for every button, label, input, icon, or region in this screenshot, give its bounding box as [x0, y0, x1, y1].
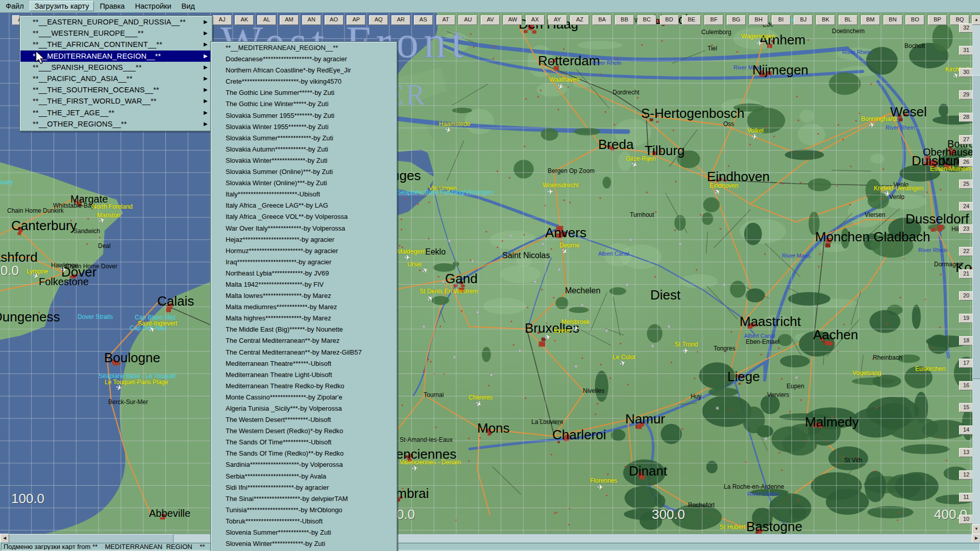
map-menu-item-40[interactable]: The Sinai******************-by delvpierT… — [211, 493, 397, 505]
map-menu-item-30[interactable]: Mediterranean Theatre Redko-by Redko — [211, 381, 397, 392]
grid-column-AY[interactable]: AY — [548, 15, 567, 25]
map-menu-item-21[interactable]: Malta 1942*****************-by FIV — [211, 279, 397, 290]
map-menu-item-41[interactable]: Tunisia********************-by MrOblongo — [211, 505, 397, 516]
grid-column-AZ[interactable]: AZ — [570, 15, 589, 25]
map-menu-item-23[interactable]: Malta mediumres************-by Marez — [211, 302, 397, 313]
menubar-item-4[interactable]: Вид — [177, 2, 200, 11]
map-menu-item-26[interactable]: The Central Mediterranean**-by Marez — [211, 335, 397, 346]
map-menu-item-27[interactable]: The Central Mediterranean**-by Marez-Gil… — [211, 347, 397, 358]
region-menu-item-2[interactable]: **__THE_AFRICAN_CONTINENT__**▶ — [20, 39, 212, 50]
map-menu-item-12[interactable]: Slovakia Winter (Online)***-by Zuti — [211, 178, 397, 189]
map-menu-item-14[interactable]: Italy Africa _Greece LAG**-by LAG — [211, 200, 397, 211]
grid-column-AS[interactable]: AS — [414, 15, 433, 25]
map-menu-item-20[interactable]: Northeast Lybia************-by JV69 — [211, 268, 397, 279]
grid-column-BI[interactable]: BI — [772, 15, 791, 25]
map-menu-item-33[interactable]: The Western Desert*********-Ubisoft — [211, 414, 397, 425]
grid-column-BF[interactable]: BF — [704, 15, 723, 25]
grid-column-BN[interactable]: BN — [884, 15, 902, 25]
region-menu-item-7[interactable]: **__THE_FIRST_WORLD_WAR__**▶ — [20, 95, 212, 107]
grid-column-AW[interactable]: AW — [503, 15, 522, 25]
grid-column-AQ[interactable]: AQ — [369, 15, 388, 25]
grid-column-AX[interactable]: AX — [526, 15, 545, 25]
map-menu-item-34[interactable]: The Western Desert (Redko)*-by Redko — [211, 425, 397, 437]
map-menu-item-37[interactable]: Sardinia*******************-by Volpeross… — [211, 459, 397, 470]
grid-column-AR[interactable]: AR — [391, 15, 410, 25]
grid-column-AK[interactable]: AK — [235, 15, 254, 25]
map-menu-item-35[interactable]: The Sands Of Time**********-Ubisoft — [211, 437, 397, 448]
grid-column-AO[interactable]: AO — [325, 15, 344, 25]
map-menu-item-22[interactable]: Malta lowres***************-by Marez — [211, 290, 397, 302]
map-menu-item-25[interactable]: The Middle East (Big)******-by Nounette — [211, 324, 397, 335]
grid-column-BA[interactable]: BA — [593, 15, 611, 25]
horizontal-scrollbar-thumb[interactable] — [8, 534, 174, 543]
menubar-item-0[interactable]: Файл — [1, 2, 29, 11]
map-menu-item-44[interactable]: Slovenia Winter************-by Zuti — [211, 538, 397, 549]
map-menu-item-42[interactable]: Tobruk*********************-Ubisoft — [211, 516, 397, 527]
map-menu-item-5[interactable]: The Gothic Line Winter*****-by Zuti — [211, 98, 397, 110]
map-menu-item-2[interactable]: Northern African Coastline*-by RedEye_Ji… — [211, 65, 397, 76]
scroll-left-icon: ◀ — [3, 536, 6, 540]
region-menu-item-5[interactable]: **__PACIFIC_AND_ASIA__**▶ — [20, 73, 212, 84]
map-menu-item-15[interactable]: Italy Africa _Greece VOL**-by Volperossa — [211, 211, 397, 222]
grid-column-AJ[interactable]: AJ — [213, 15, 232, 25]
map-menu-item-28[interactable]: Mediterranean Theatre******-Ubisoft — [211, 358, 397, 369]
map-menu-item-18[interactable]: Hormuz*********************-by agracier — [211, 245, 397, 257]
vertical-scrollbar-thumb[interactable] — [972, 75, 980, 379]
grid-column-BO[interactable]: BO — [905, 15, 924, 25]
region-menu-item-1[interactable]: **___WESTERN_EUROPE___**▶ — [20, 28, 212, 39]
map-menu-item-17[interactable]: Hejaz**********************-by agracier — [211, 234, 397, 245]
grid-column-AP[interactable]: AP — [347, 15, 365, 25]
map-menu-item-29[interactable]: Mediterranean Theatre Light-Ubisoft — [211, 369, 397, 381]
map-menu-item-19[interactable]: Iraq***********************-by agracier — [211, 257, 397, 268]
map-menu-item-43[interactable]: Slovenia Summer************-by Zuti — [211, 527, 397, 538]
grid-column-BK[interactable]: BK — [816, 15, 835, 25]
region-menu-item-6[interactable]: **__THE_SOUTHERN_OCEANS__**▶ — [20, 84, 212, 95]
grid-column-BD[interactable]: BD — [660, 15, 679, 25]
map-menu-item-8[interactable]: Slovakia Summer*************-by Zuti — [211, 133, 397, 144]
map-menu-item-0[interactable]: **__MEDITERRANEAN_REGION__** — [211, 42, 397, 54]
map-menu-item-38[interactable]: Serbia*********************-by Avala — [211, 471, 397, 482]
region-menu-item-0[interactable]: **__EASTERN_EUROPE_AND_RUSSIA__**▶ — [20, 16, 212, 28]
region-menu-item-9[interactable]: **__OTHER_REGIONS__**▶ — [20, 118, 212, 130]
map-menu-item-6[interactable]: Slovakia Summer 1955*******-by Zuti — [211, 110, 397, 121]
grid-column-AL[interactable]: AL — [257, 15, 276, 25]
menubar-item-3[interactable]: Настройки — [130, 2, 176, 11]
grid-column-AU[interactable]: AU — [458, 15, 477, 25]
scroll-down-button[interactable]: ▼ — [972, 524, 980, 534]
map-menu-item-9[interactable]: Slovakia Autumn************-by Zuti — [211, 144, 397, 155]
map-menu-item-36[interactable]: The Sands Of Time (Redko)**-by Redko — [211, 448, 397, 459]
region-menu-item-8[interactable]: **__THE_JET_AGE__**▶ — [20, 107, 212, 118]
submenu-arrow-icon: ▶ — [204, 95, 208, 107]
grid-column-BL[interactable]: BL — [839, 15, 857, 25]
grid-column-AT[interactable]: AT — [436, 15, 455, 25]
map-menu-item-24[interactable]: Malta highres**************-by Marez — [211, 313, 397, 324]
grid-column-BH[interactable]: BH — [749, 15, 768, 25]
map-menu-item-4[interactable]: The Gothic Line Summer*****-by Zuti — [211, 87, 397, 98]
grid-column-BB[interactable]: BB — [615, 15, 634, 25]
map-menu-item-11[interactable]: Slovakia Summer (Online)***-by Zuti — [211, 166, 397, 178]
map-menu-item-16[interactable]: War Over Italy*************-by Volpeross… — [211, 223, 397, 234]
grid-column-AM[interactable]: AM — [280, 15, 299, 25]
map-menu-item-10[interactable]: Slovakia Winter*************-by Zuti — [211, 155, 397, 166]
grid-column-BP[interactable]: BP — [928, 15, 947, 25]
region-menu-item-4[interactable]: **___SPANISH_REGIONS___**▶ — [20, 62, 212, 73]
grid-column-BG[interactable]: BG — [727, 15, 746, 25]
map-menu-item-39[interactable]: Sidi Ifni******************-by agracier — [211, 482, 397, 493]
map-menu-item-31[interactable]: Monte Cassino**************-by Zipolar'e — [211, 392, 397, 403]
map-menu-item-7[interactable]: Slovakia Winter 1955*******-by Zuti — [211, 121, 397, 133]
region-menu-item-3[interactable]: **__MEDITERRANEAN_REGION__**▶ — [20, 51, 212, 62]
map-menu-item-1[interactable]: Dodecanese*******************-by agracie… — [211, 54, 397, 65]
scroll-up-button[interactable]: ▲ — [972, 15, 980, 25]
grid-column-BC[interactable]: BC — [638, 15, 656, 25]
grid-column-BJ[interactable]: BJ — [794, 15, 813, 25]
grid-column-BM[interactable]: BM — [861, 15, 880, 25]
map-menu-item-3[interactable]: Crete**********************-by viking457… — [211, 76, 397, 87]
grid-row-29: 29 — [959, 90, 973, 99]
grid-column-BE[interactable]: BE — [682, 15, 701, 25]
map-menu-item-13[interactable]: Italy***********************-Ubisoft — [211, 189, 397, 200]
menubar-item-2[interactable]: Правка — [95, 2, 129, 11]
grid-column-AV[interactable]: AV — [481, 15, 500, 25]
menubar-item-1[interactable]: Загрузить карту — [30, 1, 94, 11]
grid-column-AN[interactable]: AN — [302, 15, 321, 25]
map-menu-item-32[interactable]: Algeria Tunisia _Sicily***-by Volperossa — [211, 403, 397, 414]
